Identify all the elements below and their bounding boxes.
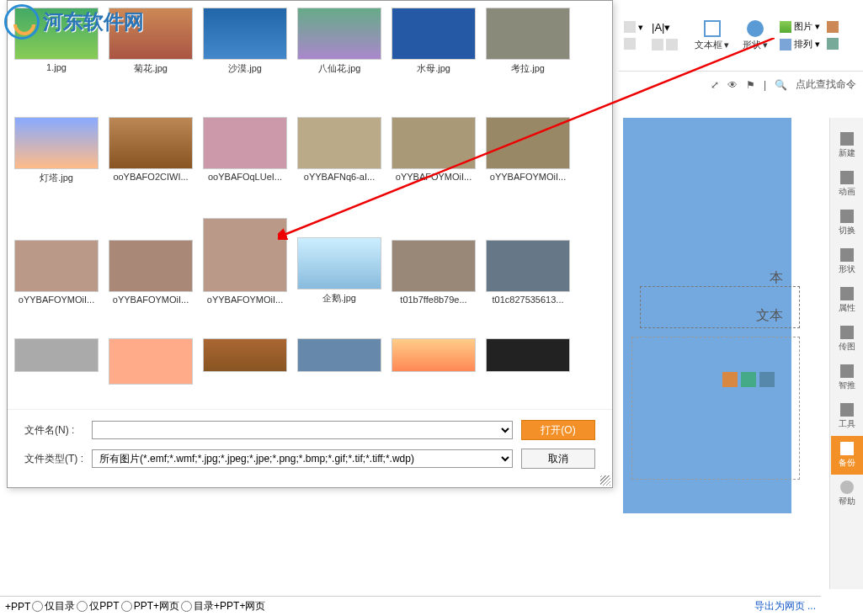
insert-image-button[interactable]: 图片 ▾ xyxy=(778,19,822,35)
opt-pptweb[interactable]: PPT+网页 xyxy=(121,599,179,613)
filename-input[interactable] xyxy=(92,421,513,439)
watermark-logo xyxy=(4,4,40,40)
slide-body-placeholder[interactable] xyxy=(631,337,800,480)
file-item[interactable]: 企鹅.jpg xyxy=(297,237,381,305)
sidepanel-anim[interactable]: 动画 xyxy=(831,165,863,204)
file-item[interactable]: oYYBAFOYMOiI... xyxy=(392,117,476,184)
search-icon[interactable]: 🔍 xyxy=(775,79,787,91)
line-spacing-button[interactable]: |A|▾ xyxy=(650,19,679,35)
sidepanel-attr[interactable]: 属性 xyxy=(831,281,863,320)
slide-canvas[interactable]: 本 文本 xyxy=(623,118,791,513)
slide-title-hint: 本 xyxy=(770,269,783,287)
media-icon-table[interactable] xyxy=(722,372,738,387)
media-icon-media[interactable] xyxy=(759,372,775,387)
sidepanel-help[interactable]: 帮助 xyxy=(831,475,863,513)
select-icon[interactable]: ⤢ xyxy=(711,79,719,91)
file-item[interactable]: 水母.jpg xyxy=(392,8,476,75)
file-item[interactable] xyxy=(14,338,99,387)
sidepanel-backup[interactable]: 备份 xyxy=(831,436,863,475)
file-item[interactable]: ooYBAFO2CIWI... xyxy=(109,117,193,184)
ribbon-extra1[interactable] xyxy=(825,19,840,35)
arrange-button[interactable]: 排列▾ xyxy=(778,36,822,52)
filetype-label: 文件类型(T) : xyxy=(24,452,83,466)
file-item[interactable]: oYYBAFOYMOiI... xyxy=(203,218,287,305)
filetype-select[interactable]: 所有图片(*.emf;*.wmf;*.jpg;*.jpeg;*.jpe;*.pn… xyxy=(92,449,513,468)
opt-tocpptweb[interactable]: 目录+PPT+网页 xyxy=(181,599,265,613)
file-item[interactable] xyxy=(392,338,476,387)
file-item[interactable]: oYYBAFNq6-aI... xyxy=(297,117,381,184)
sidepanel-new[interactable]: 新建 xyxy=(831,126,863,165)
file-item[interactable] xyxy=(486,338,570,387)
file-item[interactable] xyxy=(109,338,193,387)
flag-icon[interactable]: ⚑ xyxy=(746,79,755,91)
list-outdent-button[interactable] xyxy=(622,36,645,51)
bottom-bar: +PPT 仅目录 仅PPT PPT+网页 目录+PPT+网页 导出为网页 ... xyxy=(0,596,821,616)
open-button[interactable]: 打开(O) xyxy=(521,420,595,440)
file-item[interactable]: ooYBAFOqLUeI... xyxy=(203,117,287,184)
file-item[interactable]: oYYBAFOYMOiI... xyxy=(109,240,193,305)
sidepanel-trans[interactable]: 切换 xyxy=(831,204,863,242)
filename-label: 文件名(N) : xyxy=(24,423,83,438)
file-open-dialog: 1.jpg 菊花.jpg 沙漠.jpg 八仙花.jpg 水母.jpg 考拉.jp… xyxy=(7,0,613,488)
media-icon-chart[interactable] xyxy=(741,372,756,387)
opt-toc[interactable]: 仅目录 xyxy=(32,599,75,613)
divider: | xyxy=(764,79,766,91)
file-item[interactable]: t01b7ffe8b79e... xyxy=(392,240,476,305)
export-web-link[interactable]: 导出为网页 ... xyxy=(754,599,816,613)
sidepanel-shape[interactable]: 形状 xyxy=(831,242,863,281)
indent-buttons[interactable] xyxy=(650,37,679,52)
file-item[interactable]: 八仙花.jpg xyxy=(297,8,381,75)
list-indent-button[interactable]: ▾ xyxy=(622,19,645,35)
resize-grip[interactable] xyxy=(600,475,610,486)
textbox-button[interactable]: 文本框▾ xyxy=(688,17,736,55)
file-item[interactable] xyxy=(297,338,381,387)
search-hint[interactable]: 点此查找命令 xyxy=(796,77,856,92)
eye-icon[interactable]: 👁 xyxy=(727,79,738,91)
opt-ppt[interactable]: +PPT xyxy=(5,601,30,613)
cancel-button[interactable]: 取消 xyxy=(521,449,595,469)
file-item[interactable]: 沙漠.jpg xyxy=(203,8,287,75)
slide-body-hint: 文本 xyxy=(756,307,783,325)
file-item[interactable]: t01c827535613... xyxy=(486,240,570,305)
sidepanel-tool[interactable]: 工具 xyxy=(831,397,863,436)
file-item[interactable]: oYYBAFOYMOiI... xyxy=(486,117,570,184)
file-item[interactable]: 灯塔.jpg xyxy=(14,117,99,184)
file-item[interactable] xyxy=(203,338,287,387)
sidepanel-smart[interactable]: 智推 xyxy=(831,358,863,397)
sidepanel-upload[interactable]: 传图 xyxy=(831,320,863,358)
watermark-text: 河东软件网 xyxy=(43,8,144,35)
ribbon-extra2[interactable] xyxy=(825,36,840,51)
opt-pptonly[interactable]: 仅PPT xyxy=(77,599,119,613)
shape-button[interactable]: 形状▾ xyxy=(736,17,775,55)
file-item[interactable]: 考拉.jpg xyxy=(486,8,570,75)
file-item[interactable]: oYYBAFOYMOiI... xyxy=(14,240,99,305)
